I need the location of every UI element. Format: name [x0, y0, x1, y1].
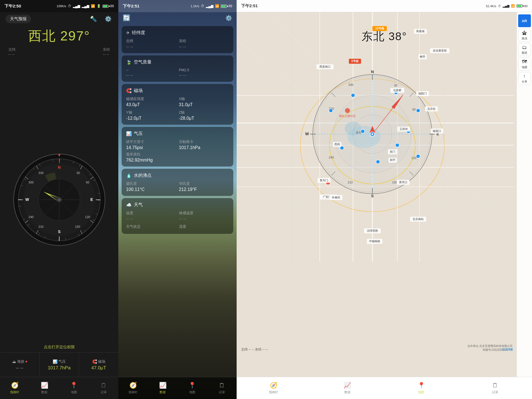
map-nav-data[interactable]: 📈 数据 — [311, 377, 385, 399]
section-weather: ☁️ 天气 温度 -- -- 体感温度 -- -- 天气状态 — [122, 198, 233, 234]
poi-5 — [416, 154, 420, 158]
nav-map-label: 地图 — [71, 390, 77, 394]
svg-text:西四: 西四 — [334, 143, 340, 146]
nav-record-label: 记录 — [101, 390, 107, 394]
field-mmhg: 毫米汞柱 762.92mmHg — [126, 152, 229, 163]
data-nav-map-icon: 📍 — [188, 382, 196, 389]
field-weather-status: 天气状态 — [126, 224, 176, 230]
poi-1 — [329, 109, 333, 112]
field-temp-label: 温度 — [126, 211, 176, 216]
location-prompt-text: 点击打开定位权限 — [44, 345, 75, 349]
stat-pressure-value: 1017.7hPa — [48, 365, 70, 371]
nav-compass-label: 指南针 — [10, 390, 19, 394]
status-bar-data: 下午2:51 1.1K/s ⏱ ▂▄▆ 📶 89 — [118, 0, 237, 12]
svg-text:13号线: 13号线 — [375, 27, 384, 30]
field-psi-label: 磅平方英寸 — [126, 139, 176, 144]
map-lon-label: 东经 — [255, 347, 262, 351]
data-scroll[interactable]: ✈ 经纬度 北纬 -- -- 东经 -- -- 🍃 — [118, 24, 237, 377]
svg-text:北新桥: 北新桥 — [393, 89, 401, 92]
section-boiling: 🧴 水的沸点 摄氏度 100.11°C 华氏度 212.19°F — [122, 169, 233, 196]
settings-button[interactable]: ⚙️ — [104, 14, 113, 23]
svg-text:210: 210 — [38, 225, 43, 228]
status-time-data: 下午2:51 — [123, 4, 139, 9]
coords-grid: 北纬 -- -- 东经 -- -- — [126, 39, 229, 49]
field-aqi-value: -- -- — [126, 73, 176, 78]
svg-text:5号线: 5号线 — [351, 60, 359, 63]
layers-button[interactable]: 🗂 图层 — [518, 43, 531, 56]
coord-lat: 北纬 -- -- — [8, 47, 16, 57]
data-nav-data[interactable]: 📈 数据 — [148, 377, 178, 399]
clock-icon-compass: ⏱ — [68, 4, 71, 8]
status-bar-compass: 下午2:50 109K/s ⏱ ▂▄▆ ▂▄▆ 📶 🔋 89 — [0, 0, 118, 12]
mountain-icon: ⛰ — [12, 359, 16, 364]
ar-button[interactable]: AR — [518, 14, 531, 27]
field-mag-z: Z轴 -28.0μT — [179, 110, 229, 121]
field-mag-y-label: Y轴 — [126, 110, 176, 115]
route-button[interactable]: 🛣 路况 — [518, 29, 531, 42]
weather-button[interactable]: 天气预报 — [6, 15, 31, 23]
data-nav-map[interactable]: 📍 地图 — [178, 377, 207, 399]
svg-text:凤凰城: 凤凰城 — [416, 30, 424, 33]
clock-icon-map: ⏱ — [498, 4, 501, 8]
plane-icon: ✈ — [126, 30, 130, 35]
field-fahrenheit: 华氏度 212.19°F — [179, 181, 229, 192]
section-pressure-title-row: 📊 气压 — [126, 131, 229, 137]
status-bar-map: 下午2:51 52.4K/s ⏱ ▂▄▆ 📶 89 — [237, 0, 532, 12]
field-lon: 东经 -- -- — [179, 39, 229, 49]
data-nav-record-label: 记录 — [219, 390, 225, 394]
speed-map: 52.4K/s — [486, 4, 496, 8]
nav-record[interactable]: 🗒 记录 — [89, 377, 118, 399]
svg-text:北京南站: 北京南站 — [413, 218, 424, 221]
stat-altitude-label: 海拔 — [17, 359, 24, 364]
map-container[interactable]: N S E W 30 60 12 — [237, 12, 532, 377]
section-aqi-title-row: 🍃 空气质量 — [126, 59, 229, 65]
nav-compass[interactable]: 🧭 指南针 — [0, 377, 30, 399]
route-label: 路况 — [522, 37, 527, 40]
svg-text:60: 60 — [86, 180, 89, 184]
field-celsius-value: 100.11°C — [126, 187, 176, 192]
section-aqi: 🍃 空气质量 -- -- -- PM2.5 -- -- — [122, 55, 233, 82]
svg-text:王府井: 王府井 — [400, 127, 408, 131]
location-prompt[interactable]: 点击打开定位权限 — [0, 342, 118, 352]
data-settings-button[interactable]: ⚙️ — [225, 15, 232, 21]
svg-text:和平: 和平 — [390, 158, 395, 162]
data-nav-data-icon: 📈 — [159, 382, 167, 389]
data-nav-compass[interactable]: 🧭 指南针 — [118, 377, 148, 399]
map-nav-record[interactable]: 🗒 记录 — [458, 377, 532, 399]
svg-text:复兴门: 复兴门 — [320, 179, 328, 182]
poi-4 — [416, 109, 420, 112]
refresh-button[interactable]: 🔄 — [123, 14, 130, 22]
compass-stats: ⛰ 海拔 -- -- 📊 气压 1017.7hPa 🧲 磁场 47.0μT — [0, 352, 118, 377]
maptype-button[interactable]: 🗺 地图 — [518, 58, 531, 70]
map-nav-data-label: 数据 — [344, 390, 351, 394]
svg-text:北京站: 北京站 — [427, 107, 436, 110]
battery-data — [221, 5, 227, 8]
svg-text:磁器口: 磁器口 — [433, 129, 441, 132]
pressure-section-icon: 📊 — [126, 131, 132, 136]
map-nav-record-label: 记录 — [492, 390, 498, 394]
field-mag-y-value: -12.0μT — [126, 116, 176, 121]
data-bottom-nav: 🧭 指南针 📈 数据 📍 地图 🗒 记录 — [118, 377, 237, 399]
nav-data[interactable]: 📈 数据 — [30, 377, 59, 399]
svg-text:150: 150 — [75, 225, 80, 228]
stat-altitude-label-row: ⛰ 海拔 — [12, 359, 27, 364]
svg-text:西直南口: 西直南口 — [319, 65, 331, 68]
data-nav-record[interactable]: 🗒 记录 — [207, 377, 237, 399]
poi-community — [345, 108, 350, 113]
map-nav-map[interactable]: 📍 地图 — [384, 377, 458, 399]
field-lon-label: 东经 — [179, 39, 229, 44]
field-weather-status-label: 天气状态 — [126, 224, 176, 229]
nav-record-icon: 🗒 — [101, 382, 107, 389]
svg-text:S: S — [58, 229, 60, 234]
altitude-dot — [25, 361, 27, 362]
layers-label: 图层 — [522, 51, 527, 55]
field-mag-strength: 磁感应强度 43.0μT — [126, 96, 176, 107]
share-button[interactable]: ↑ 分享 — [518, 72, 531, 85]
flashlight-button[interactable]: 🔦 — [89, 14, 98, 23]
pressure-icon: 📊 — [53, 359, 57, 364]
map-nav-compass[interactable]: 🧭 指南针 — [237, 377, 311, 399]
nav-map[interactable]: 📍 地图 — [59, 377, 89, 399]
field-celsius: 摄氏度 100.11°C — [126, 181, 176, 192]
field-mag-x-value: 31.0μT — [179, 102, 229, 107]
section-pressure-title: 气压 — [134, 131, 143, 137]
